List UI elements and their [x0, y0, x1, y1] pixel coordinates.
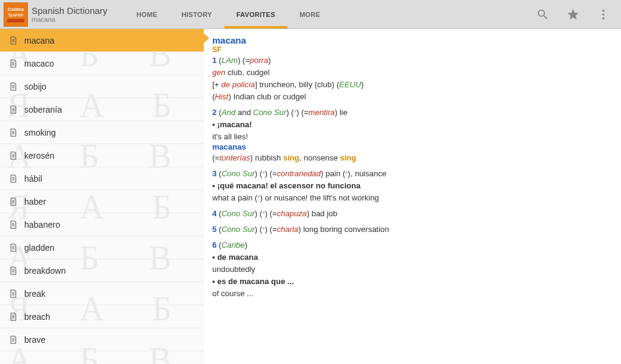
grammar-label: sing [283, 153, 300, 162]
svg-point-0 [602, 9, 605, 12]
document-icon [8, 219, 18, 230]
sidebar-item-label: sobijo [24, 82, 47, 91]
sense-6-block: 6 (Caribe) • de macana undoubtedly • es … [212, 240, 616, 299]
sidebar-item-label: gladden [24, 243, 55, 253]
region-label: And [221, 108, 235, 117]
sense-num: 4 [212, 209, 217, 218]
xref: chapuza [277, 209, 307, 218]
category: gen [212, 68, 226, 77]
header-actions [536, 8, 621, 21]
sidebar-item-sobijo[interactable]: sobijo [0, 75, 204, 98]
document-icon [8, 334, 18, 345]
sense-1c: [+ de policía] truncheon, billy (club) (… [212, 79, 616, 90]
register-marker: * [262, 226, 264, 233]
search-icon[interactable] [536, 8, 549, 21]
xref: porra [250, 56, 268, 65]
document-icon [8, 104, 18, 115]
overflow-menu-icon[interactable] [597, 8, 610, 21]
region-label: LAm [221, 56, 238, 65]
example-phrase: • ¡macana! [212, 119, 616, 130]
app-header: Collins Spanish Spanish Dictionary macan… [0, 0, 621, 29]
sidebar-item-label: breakdown [24, 266, 66, 276]
sidebar-item-macaco[interactable]: macaco [0, 52, 204, 75]
document-icon [8, 127, 18, 138]
sidebar-item-label: soberanía [24, 105, 62, 114]
register-marker: * [262, 170, 264, 177]
sense-1d: (Hist) Indian club or cudgel [212, 91, 616, 102]
sidebar-item-break[interactable]: break [0, 282, 204, 305]
example-translation: it's all lies! [212, 131, 616, 142]
logo-line1: Collins [8, 7, 24, 12]
star-icon[interactable] [566, 8, 580, 21]
entry-pos: SF [212, 45, 616, 54]
document-icon [8, 81, 18, 92]
logo-line2: Spanish [8, 12, 23, 18]
document-icon [8, 196, 18, 207]
example-phrase: • de macana [212, 252, 616, 263]
sense-2-block: 2 (And and Cono Sur) (*) (=mentira) lie … [212, 107, 616, 164]
tab-more[interactable]: MORE [287, 0, 332, 28]
region-label: Cono Sur [221, 225, 255, 234]
document-icon [8, 58, 18, 69]
sense-3-trans: what a pain (*) or nuisance! the lift's … [212, 193, 616, 204]
sidebar-item-label: habanero [24, 220, 60, 230]
sense-6-line: 6 (Caribe) [212, 240, 616, 251]
collocation: de policía [221, 80, 255, 89]
sidebar-item-hábil[interactable]: hábil [0, 167, 204, 190]
definition-text: lie [337, 108, 347, 117]
tab-favorites[interactable]: FAVORITES [224, 0, 287, 28]
document-icon [8, 311, 18, 322]
sense-1-line: 1 (LAm) (=porra) [212, 55, 616, 66]
sidebar-item-habanero[interactable]: habanero [0, 213, 204, 236]
definition-text: long boring conversation [301, 225, 389, 234]
tab-bar: HOMEHISTORYFAVORITESMORE [124, 0, 332, 28]
sense-4-line: 4 (Cono Sur) (*) (=chapuza) bad job [212, 208, 616, 219]
tab-home[interactable]: HOME [124, 0, 169, 28]
document-icon [8, 265, 18, 276]
sidebar-item-breach[interactable]: breach [0, 305, 204, 328]
active-pointer-icon [204, 33, 209, 44]
sense-3-line: 3 (Cono Sur) (*) (=contrariedad) pain (*… [212, 168, 616, 179]
sidebar-item-label: haber [24, 197, 46, 207]
svg-point-1 [602, 13, 605, 16]
xref: mentira [309, 108, 335, 117]
sidebar-item-soberanía[interactable]: soberanía [0, 98, 204, 121]
region-label: Cono Sur [221, 169, 255, 178]
sidebar-item-label: breach [24, 312, 50, 322]
definition-text: bad job [309, 209, 337, 218]
sidebar-item-haber[interactable]: haber [0, 190, 204, 213]
app-subtitle: macana [32, 16, 107, 23]
sidebar-item-smoking[interactable]: smoking [0, 121, 204, 144]
region-label: Caribe [221, 240, 244, 250]
entry-content: macana SF 1 (LAm) (=porra) gen club, cud… [204, 29, 621, 364]
usage-label: Hist [215, 92, 228, 101]
register-marker: * [294, 109, 296, 116]
tab-history[interactable]: HISTORY [169, 0, 224, 28]
sidebar-item-macana[interactable]: macana [0, 29, 204, 52]
app-body: A Б B Я A Б A Б B Я A Б A Б B Я A Б A Б … [0, 29, 621, 364]
sidebar-item-breakdown[interactable]: breakdown [0, 259, 204, 282]
sidebar-item-label: hábil [24, 174, 42, 184]
example-translation: undoubtedly [212, 264, 616, 275]
region-label: EEUU [339, 80, 361, 89]
register-marker: * [262, 210, 264, 217]
word-list-sidebar: A Б B Я A Б A Б B Я A Б A Б B Я A Б A Б … [0, 29, 204, 364]
sidebar-item-label: macana [24, 36, 55, 45]
sense-num: 6 [212, 240, 217, 250]
definition-text: club, cudgel [226, 68, 270, 77]
sidebar-item-gladden[interactable]: gladden [0, 236, 204, 259]
sense-num: 3 [212, 169, 217, 178]
sidebar-item-label: kerosén [24, 151, 55, 160]
document-icon [8, 288, 18, 299]
sidebar-item-label: brave [24, 335, 45, 345]
sense-num: 1 [212, 56, 217, 65]
sidebar-item-label: smoking [24, 128, 56, 137]
example-phrase: • es de macana que ... [212, 276, 616, 287]
sense-num: 2 [212, 108, 217, 117]
sense-2-sub: (=tonterías) rubbish sing, nonsense sing [212, 153, 616, 164]
xref: charla [277, 225, 298, 234]
sidebar-item-brave[interactable]: brave [0, 328, 204, 351]
sense-5-line: 5 (Cono Sur) (*) (=charla) long boring c… [212, 224, 616, 235]
sidebar-item-kerosén[interactable]: kerosén [0, 144, 204, 167]
sense-3-block: 3 (Cono Sur) (*) (=contrariedad) pain (*… [212, 168, 616, 204]
